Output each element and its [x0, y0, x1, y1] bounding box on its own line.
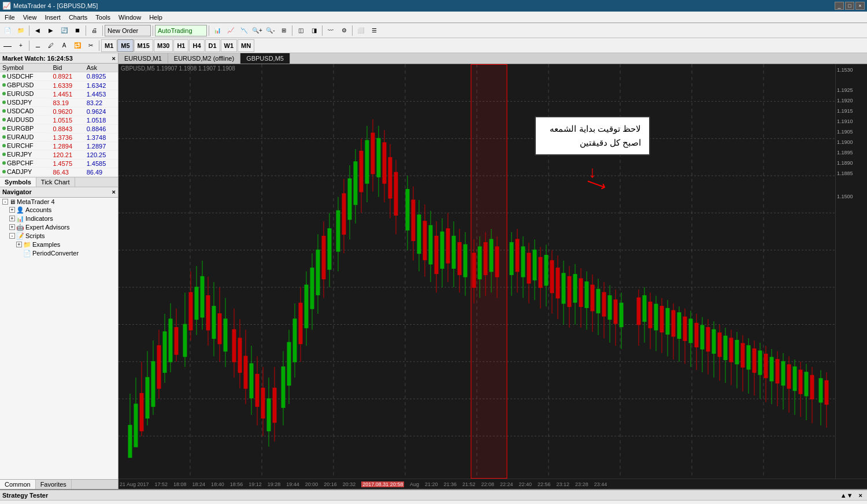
sep1 — [29, 25, 29, 36]
svg-rect-202 — [689, 319, 692, 342]
market-watch-row[interactable]: USDJPY 83.19 83.22 — [0, 98, 118, 107]
close-btn[interactable]: × — [855, 2, 865, 10]
menu-file[interactable]: File — [1, 13, 18, 21]
tf-draw5[interactable]: ✂ — [84, 39, 97, 52]
maximize-btn[interactable]: □ — [845, 2, 854, 10]
svg-rect-178 — [608, 296, 612, 319]
tf-h1[interactable]: H1 — [173, 39, 188, 52]
autotrading-btn[interactable]: AutoTrading — [155, 25, 207, 36]
st-arrows[interactable]: ▲▼ — [838, 492, 855, 499]
expert-btn[interactable]: ⚙ — [338, 24, 350, 37]
symbol-cell: AUDUSD — [0, 116, 50, 124]
market-watch-row[interactable]: EURJPY 120.21 120.25 — [0, 150, 118, 159]
menu-charts[interactable]: Charts — [65, 13, 91, 21]
misc-btn1[interactable]: ⬜ — [354, 24, 367, 37]
menu-tools[interactable]: Tools — [92, 13, 114, 21]
expand-indicators[interactable]: + — [9, 216, 15, 221]
candlestick-chart[interactable] — [118, 64, 835, 479]
navigator-close[interactable]: × — [112, 188, 116, 195]
market-watch-row[interactable]: CADJPY 86.43 86.49 — [0, 168, 118, 176]
indicator-btn[interactable]: 〰 — [324, 24, 337, 37]
stop-btn[interactable]: ⏹ — [71, 24, 84, 37]
market-watch-row[interactable]: EURAUD 1.3736 1.3748 — [0, 133, 118, 142]
chart-btn3[interactable]: 📉 — [238, 24, 250, 37]
tf-draw3[interactable]: A — [58, 39, 71, 52]
print-btn[interactable]: 🖨 — [88, 24, 101, 37]
tree-indicators[interactable]: + 📊 Indicators — [0, 214, 118, 223]
market-watch-row[interactable]: EURGBP 0.8843 0.8846 — [0, 124, 118, 133]
tree-expert-advisors[interactable]: + 🤖 Expert Advisors — [0, 223, 118, 232]
tree-period-converter[interactable]: 📄 PeriodConverter — [0, 249, 118, 258]
grid-btn[interactable]: ⊞ — [277, 24, 290, 37]
svg-rect-154 — [539, 258, 542, 287]
tf-m15[interactable]: M15 — [134, 39, 153, 52]
svg-rect-89 — [336, 211, 340, 251]
expand-accounts[interactable]: + — [9, 207, 15, 213]
tab-symbols[interactable]: Symbols — [0, 177, 36, 187]
market-watch-row[interactable]: AUDUSD 1.0515 1.0518 — [0, 116, 118, 124]
tf-d1[interactable]: D1 — [205, 39, 220, 52]
tf-w1[interactable]: W1 — [221, 39, 238, 52]
market-watch-row[interactable]: EURUSD 1.4451 1.4453 — [0, 90, 118, 98]
chart-container[interactable]: GBPUSD,M5 1.19907 1.1908 1.1907 1.1908 — [118, 64, 835, 479]
tf-draw2[interactable]: 🖊 — [45, 39, 57, 52]
tree-scripts[interactable]: - 📝 Scripts — [0, 232, 118, 240]
nav-tab-common[interactable]: Common — [0, 480, 36, 489]
zoom-out-btn[interactable]: 🔍- — [264, 24, 277, 37]
chart-btn2[interactable]: 📈 — [224, 24, 237, 37]
tf-m30[interactable]: M30 — [154, 39, 173, 52]
tf-h4[interactable]: H4 — [189, 39, 204, 52]
open-btn[interactable]: 📁 — [14, 24, 27, 37]
svg-rect-124 — [440, 232, 444, 268]
period-btn2[interactable]: ◨ — [307, 24, 320, 37]
market-watch-close[interactable]: × — [112, 55, 116, 62]
period-btn1[interactable]: ◫ — [294, 24, 307, 37]
chart-tab-eurusd-m1[interactable]: EURUSD,M1 — [118, 53, 168, 64]
market-watch-row[interactable]: USDCAD 0.9620 0.9624 — [0, 107, 118, 116]
svg-rect-184 — [637, 298, 640, 324]
menu-insert[interactable]: Insert — [41, 13, 64, 21]
back-btn[interactable]: ◀ — [31, 24, 44, 37]
market-watch-row[interactable]: GBPUSD 1.6339 1.6342 — [0, 81, 118, 90]
tree-metatrader4[interactable]: - 🖥 MetaTrader 4 — [0, 198, 118, 206]
svg-rect-248 — [825, 381, 828, 404]
expand-mt4[interactable]: - — [2, 199, 8, 205]
chart-tab-gbpusd-m5[interactable]: GBPUSD,M5 — [240, 53, 290, 64]
market-watch-row[interactable]: EURCHF 1.2894 1.2897 — [0, 142, 118, 150]
chart-tab-eurusd-m2[interactable]: EURUSD,M2 (offline) — [168, 53, 240, 64]
svg-rect-194 — [666, 309, 669, 334]
fwd-btn[interactable]: ▶ — [45, 24, 57, 37]
expand-examples[interactable]: + — [16, 242, 22, 247]
refresh-btn[interactable]: 🔄 — [58, 24, 71, 37]
new-order-btn[interactable]: New Order — [105, 25, 151, 36]
market-watch-row[interactable]: USDCHF 0.8921 0.8925 — [0, 72, 118, 81]
line-btn[interactable]: — — [1, 39, 14, 52]
svg-rect-226 — [758, 351, 762, 374]
nav-tab-favorites[interactable]: Favorites — [36, 480, 72, 489]
new-btn[interactable]: 📄 — [1, 24, 14, 37]
misc-btn2[interactable]: ☰ — [368, 24, 380, 37]
svg-rect-27 — [146, 377, 149, 418]
tree-examples[interactable]: + 📁 Examples — [0, 240, 118, 249]
market-watch-row[interactable]: GBPCHF 1.4575 1.4585 — [0, 159, 118, 168]
tf-draw4[interactable]: 🔁 — [71, 39, 84, 52]
zoom-in-btn[interactable]: 🔍+ — [251, 24, 264, 37]
main-layout: Market Watch: 16:24:53 × Symbol Bid Ask … — [0, 53, 867, 489]
chart-btn1[interactable]: 📊 — [211, 24, 224, 37]
tf-m1[interactable]: M1 — [101, 39, 117, 52]
svg-rect-101 — [371, 134, 375, 174]
crosshair-btn[interactable]: + — [14, 39, 27, 52]
tf-m5[interactable]: M5 — [117, 39, 133, 52]
tab-tick-chart[interactable]: Tick Chart — [36, 177, 75, 187]
minimize-btn[interactable]: _ — [835, 2, 844, 10]
menu-view[interactable]: View — [20, 13, 40, 21]
tf-draw1[interactable]: ⚊ — [31, 39, 44, 52]
tf-mn[interactable]: MN — [238, 39, 254, 52]
st-close[interactable]: × — [857, 492, 865, 499]
menu-window[interactable]: Window — [115, 13, 144, 21]
menu-help[interactable]: Help — [146, 13, 166, 21]
expand-scripts[interactable]: - — [9, 233, 15, 239]
expand-ea[interactable]: + — [9, 224, 15, 230]
tree-accounts[interactable]: + 👤 Accounts — [0, 206, 118, 214]
window-controls[interactable]: _ □ × — [835, 2, 865, 10]
